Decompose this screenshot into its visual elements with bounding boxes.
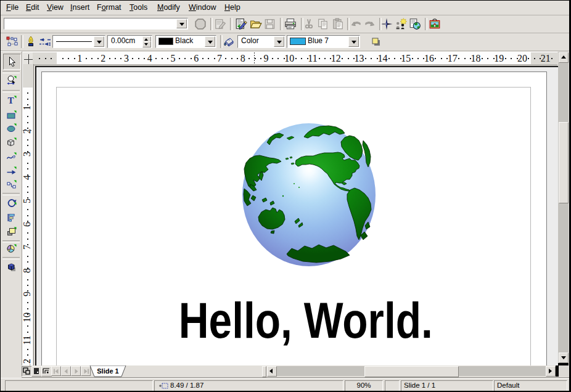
svg-text:Slide 1: Slide 1 bbox=[97, 367, 118, 375]
svg-text:T: T bbox=[7, 96, 14, 105]
